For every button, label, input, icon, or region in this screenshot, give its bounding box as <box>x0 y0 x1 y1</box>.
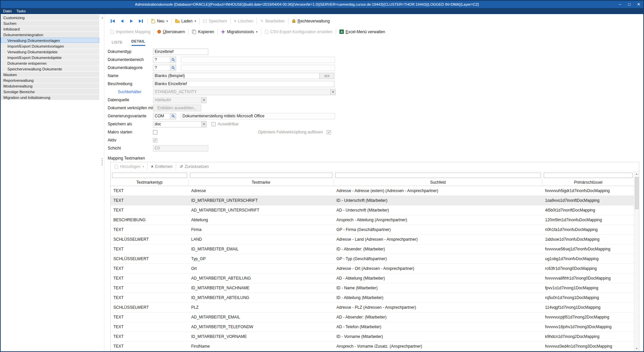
minimize-button[interactable]: – <box>615 1 625 8</box>
optimiere-checkbox[interactable]: ✓ <box>327 130 331 134</box>
speichern-button[interactable]: Speichern <box>201 18 229 24</box>
dokumentenbereich-field[interactable]: ? <box>153 57 170 63</box>
table-scrollbar[interactable]: ▲ ▼ <box>634 171 639 351</box>
beschreibung-field[interactable]: Blanko Einzelbrief <box>153 81 334 87</box>
table-row[interactable]: TEXTAD_MITARBEITER_ABTEILUNGAD - Abteilu… <box>111 274 634 283</box>
laden-button[interactable]: Laden ▾ <box>173 18 199 24</box>
entitaeten-auswaehlen-button[interactable]: Entitäten auswählen... <box>153 105 201 111</box>
sidebar-item[interactable]: Verwaltung Dokumentobjekte <box>1 49 99 54</box>
sidebar-item[interactable]: Reportverwaltung <box>1 77 99 83</box>
table-row[interactable]: SCHLÜSSELWERTLANDAdresse - Land (Adresse… <box>111 235 634 244</box>
name-field[interactable]: Blanko (Beispiel) <box>153 73 320 79</box>
dokumentkategorie-lookup-button[interactable] <box>170 65 176 71</box>
schicht-field[interactable]: C0 <box>153 145 208 152</box>
table-row[interactable]: TEXTID_MITARBEITER_VORNAMEID - Vorname (… <box>111 332 634 342</box>
scroll-down-icon[interactable]: ▼ <box>634 346 639 351</box>
filter-input-primaerschluessel[interactable] <box>544 173 633 178</box>
makro-starten-checkbox[interactable] <box>153 130 157 134</box>
importiere-mapping-button[interactable]: Importiere Mapping <box>108 28 153 35</box>
chevron-down-icon[interactable]: ▾ <box>256 30 258 34</box>
sidebar-item[interactable]: Infoboard <box>1 26 99 32</box>
filter-input-textmarke[interactable] <box>190 173 332 178</box>
sidebar-item[interactable]: Masken <box>1 72 99 77</box>
table-row[interactable]: TEXTID_MITARBEITER_EMAILID - Absender: (… <box>111 244 634 254</box>
sidebar-item[interactable]: Suchen <box>1 20 99 26</box>
filter-input-textmarkentyp[interactable] <box>112 173 187 178</box>
dokumenttyp-field[interactable]: Einzelbrief <box>153 49 208 55</box>
neu-button[interactable]: Neu ▾ <box>149 18 170 24</box>
table-row[interactable]: TEXTAdresseAdresse - Adresse (extern) (A… <box>111 186 634 196</box>
speichern-als-select[interactable]: doc ▼ <box>153 121 207 127</box>
rechteverwaltung-button[interactable]: Rechteverwaltung <box>289 18 332 24</box>
table-row[interactable]: TEXTFirstNameAnsprech - Vorname /Zusatz.… <box>111 342 634 351</box>
entfernen-button[interactable]: × Entfernen <box>149 163 175 170</box>
last-record-button[interactable] <box>137 18 145 24</box>
sidebar-collapse-icon[interactable]: › <box>102 15 103 20</box>
sidebar-item[interactable]: Modulverwaltung <box>1 83 99 89</box>
table-row[interactable]: TEXTAD_MITARBEITER_TELEFONDWAD - Telefon… <box>111 322 634 332</box>
table-cell: TEXT <box>111 332 189 341</box>
sidebar-item[interactable]: Speicherverwaltung Dokumente <box>1 66 99 71</box>
excel-menu-button[interactable]: X Excel-Menü verwalten <box>337 28 387 35</box>
migrationstools-button[interactable]: Migrationstools ▾ <box>219 28 260 35</box>
suchbehaelter-label[interactable]: Suchbehälter <box>108 90 153 94</box>
hinzufuegen-button[interactable]: Hinzufügen ▾ <box>112 163 146 170</box>
chevron-down-icon[interactable]: ▾ <box>143 165 144 168</box>
dokumentenbereich-text-field[interactable] <box>181 57 335 63</box>
column-header-textmarkentyp[interactable]: Textmarkentyp <box>111 179 189 186</box>
table-row[interactable]: SCHLÜSSELWERTTyp_GPGP - Typ (Geschäftspa… <box>111 254 634 264</box>
column-header-textmarke[interactable]: Textmarke <box>189 179 334 186</box>
filter-input-suchfeld[interactable] <box>335 173 541 178</box>
suchbehaelter-select[interactable]: STANDARD_ACTIVITY ▼ <box>153 89 336 95</box>
menu-datei[interactable]: Datei <box>1 9 14 13</box>
table-row[interactable]: BESCHREIBUNGAbteilungAnsprech - Abteilun… <box>111 215 634 225</box>
sidebar-item[interactable]: Customizing <box>1 15 99 20</box>
auswaehlbar-checkbox[interactable] <box>211 122 216 126</box>
menu-tasks[interactable]: Tasks <box>14 9 28 13</box>
table-row[interactable]: TEXTFirmaGP - Firma (Geschäftspartner)n0… <box>111 225 634 235</box>
table-cell: TEXT <box>111 225 189 234</box>
maximize-button[interactable]: □ <box>625 1 634 8</box>
csv-export-button[interactable]: CSV-Export Konfiguration erstellen <box>262 28 335 35</box>
kopieren-button[interactable]: Kopieren <box>190 28 216 35</box>
column-header-suchfeld[interactable]: Suchfeld <box>334 179 542 186</box>
tab-detail[interactable]: DETAIL <box>131 39 145 46</box>
table-row[interactable]: TEXTOrtAdresse - Ort (Adressen - Ansprec… <box>111 264 634 274</box>
magnifier-icon <box>171 58 175 62</box>
sidebar-item[interactable]: Dokumentenintegration <box>1 32 99 37</box>
generierungsvariante-field[interactable]: COM <box>153 113 170 119</box>
uebersteuern-button[interactable]: Übersteuern <box>155 28 187 35</box>
bearbeiten-button[interactable]: ✎ Bearbeiten <box>258 18 287 24</box>
table-row[interactable]: TEXTID_MITARBEITER_NACHNAMEID - Name (Mi… <box>111 283 634 293</box>
dokumentenbereich-lookup-button[interactable] <box>170 57 176 63</box>
sidebar-item[interactable]: Import/Export Dokumentobjekte <box>1 55 99 60</box>
splitter-handle[interactable] <box>102 158 103 165</box>
table-row[interactable]: SCHLÜSSELWERTPLZAdresse - PLZ (Adressen … <box>111 303 634 312</box>
sidebar-item[interactable]: Sonstige Bereiche <box>1 89 99 94</box>
table-row[interactable]: TEXTID_MITARBEITER_UNTERSCHRIFTID - Unte… <box>111 196 634 206</box>
sidebar-item[interactable]: Verwaltung Dokumentvorlagen <box>1 38 99 43</box>
zuruecksetzen-button[interactable]: ↺ Zurücksetzen <box>177 163 211 170</box>
tab-liste[interactable]: LISTE <box>112 40 123 46</box>
table-row[interactable]: TEXTID_MITARBEITER_ABTEILUNGID - Abteilu… <box>111 293 634 303</box>
table-row[interactable]: TEXTAD_MITARBEITER_EMAILAD - Absender: (… <box>111 312 634 322</box>
aktiv-checkbox[interactable]: ✓ <box>153 138 157 142</box>
close-button[interactable]: ✕ <box>634 1 643 8</box>
chevron-down-icon[interactable]: ▾ <box>195 19 196 23</box>
sidebar-item[interactable]: Migration und Initialisierung <box>1 95 99 100</box>
column-header-primaerschluessel[interactable]: Primärschlüssel <box>542 179 634 186</box>
datenquelle-select[interactable]: #default# ▼ <box>153 97 207 103</box>
scroll-thumb[interactable] <box>635 177 639 209</box>
scroll-up-icon[interactable]: ▲ <box>634 171 639 176</box>
dokumentkategorie-field[interactable]: ? <box>153 65 170 71</box>
sidebar-item[interactable]: Dokumente entsperren <box>1 60 99 66</box>
loeschen-button[interactable]: × Löschen <box>232 18 256 24</box>
first-record-button[interactable] <box>109 18 116 24</box>
dokumentkategorie-text-field[interactable] <box>181 65 335 71</box>
next-record-button[interactable] <box>128 18 135 24</box>
chevron-down-icon[interactable]: ▾ <box>166 19 168 23</box>
table-row[interactable]: TEXTAD_MITARBEITER_UNTERSCHRIFTAD - Unte… <box>111 206 634 215</box>
generierungsvariante-lookup-button[interactable] <box>170 113 176 119</box>
sidebar-item[interactable]: Import/Export Dokumentvorlagen <box>1 43 99 49</box>
previous-record-button[interactable] <box>118 18 126 24</box>
